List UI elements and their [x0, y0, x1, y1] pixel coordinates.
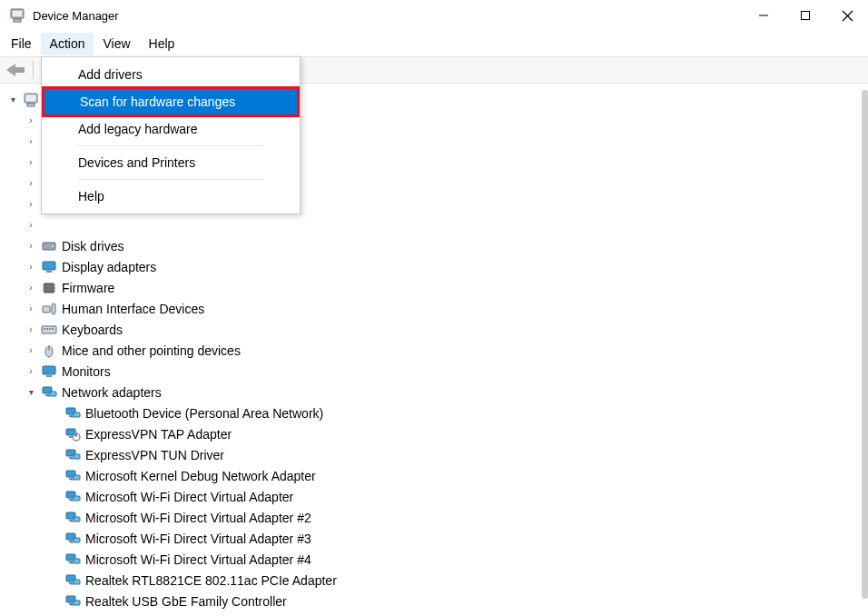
close-button[interactable] [826, 0, 868, 31]
network-icon [64, 572, 81, 589]
tree-label: Disk drives [62, 239, 123, 253]
app-icon [9, 7, 25, 24]
tree-label: Microsoft Wi-Fi Direct Virtual Adapter #… [85, 511, 311, 525]
vertical-scrollbar[interactable] [862, 90, 868, 599]
tree-label: Human Interface Devices [62, 302, 204, 316]
chevron-down-icon[interactable]: ▾ [7, 94, 18, 104]
chevron-placeholder [49, 492, 60, 502]
svg-rect-28 [46, 328, 48, 330]
chevron-right-icon[interactable]: › [25, 178, 36, 188]
tree-label: ExpressVPN TAP Adapter [85, 427, 232, 442]
network-icon [64, 405, 81, 422]
chevron-right-icon[interactable]: › [25, 303, 36, 313]
network-g-icon [64, 426, 81, 442]
tree-row[interactable]: ExpressVPN TUN Driver [7, 444, 868, 465]
svg-rect-65 [74, 538, 80, 542]
chevron-placeholder [49, 450, 60, 460]
svg-rect-37 [50, 392, 56, 396]
tree-row[interactable]: Bluetooth Device (Personal Area Network) [7, 402, 868, 423]
disk-icon [41, 238, 57, 254]
toolbar-sep [33, 61, 34, 79]
svg-rect-33 [43, 366, 55, 374]
svg-rect-4 [802, 12, 810, 20]
tree-label: Realtek USB GbE Family Controller [85, 594, 287, 609]
chevron-right-icon[interactable]: › [25, 199, 36, 209]
firmware-icon [41, 280, 57, 296]
chevron-right-icon[interactable]: › [25, 136, 36, 146]
tree-row[interactable]: ›Firmware [7, 277, 868, 298]
tree-label: Microsoft Kernel Debug Network Adapter [85, 469, 316, 483]
chevron-placeholder [49, 554, 60, 564]
tree-row[interactable]: WAN Miniport (IKEv2) [7, 611, 868, 616]
tree-row[interactable]: Microsoft Wi-Fi Direct Virtual Adapter [7, 486, 868, 507]
tree-row[interactable]: Microsoft Wi-Fi Direct Virtual Adapter #… [7, 549, 868, 570]
tree-row[interactable]: Microsoft Wi-Fi Direct Virtual Adapter #… [7, 528, 868, 549]
menu-file[interactable]: File [2, 33, 41, 55]
chevron-right-icon[interactable]: › [25, 345, 36, 355]
tree-label: Microsoft Wi-Fi Direct Virtual Adapter [85, 490, 293, 504]
svg-rect-24 [43, 306, 50, 313]
svg-rect-49 [74, 454, 80, 459]
minimize-button[interactable] [743, 0, 784, 31]
chevron-placeholder [49, 429, 60, 439]
tree-label: Bluetooth Device (Personal Area Network) [85, 406, 323, 421]
network-icon [41, 384, 57, 401]
chevron-right-icon[interactable]: › [25, 241, 36, 251]
tree-row[interactable]: ›Display adapters [7, 256, 868, 277]
svg-rect-77 [74, 601, 80, 605]
monitor-icon [41, 363, 57, 380]
tree-row[interactable]: ›Disk drives [7, 235, 868, 256]
network-icon [64, 510, 81, 526]
tree-label: Keyboards [62, 323, 123, 337]
svg-rect-17 [44, 283, 54, 293]
tree-row[interactable]: ›Human Interface Devices [7, 298, 868, 319]
network-icon [64, 551, 81, 568]
tree-label: Realtek RTL8821CE 802.11ac PCIe Adapter [85, 573, 337, 588]
menu-view[interactable]: View [94, 33, 139, 55]
maximize-button[interactable] [784, 0, 826, 31]
tree-row[interactable]: Realtek USB GbE Family Controller [7, 591, 868, 611]
chevron-right-icon[interactable]: › [25, 157, 36, 167]
chevron-placeholder [49, 512, 60, 522]
menu-scan-hardware[interactable]: Scan for hardware changes [44, 88, 298, 115]
tree-row[interactable]: ›Monitors [7, 361, 868, 382]
tree-row[interactable]: › [7, 214, 868, 235]
tree-label: Microsoft Wi-Fi Direct Virtual Adapter #… [85, 552, 311, 567]
chevron-down-icon[interactable]: ▾ [25, 387, 36, 397]
display-icon [41, 259, 57, 275]
tree-row[interactable]: Microsoft Kernel Debug Network Adapter [7, 465, 868, 486]
chevron-placeholder [49, 596, 60, 606]
tree-row[interactable]: ›Mice and other pointing devices [7, 340, 868, 361]
tree-label: Display adapters [62, 260, 156, 274]
tree-row[interactable]: ▾Network adapters [7, 382, 868, 402]
menu-help[interactable]: Help [42, 183, 300, 210]
svg-rect-16 [46, 271, 52, 273]
chevron-right-icon[interactable]: › [25, 220, 36, 230]
tree-row[interactable]: ›Keyboards [7, 319, 868, 340]
tree-row[interactable]: ExpressVPN TAP Adapter [7, 423, 868, 444]
menu-help[interactable]: Help [140, 33, 184, 55]
svg-rect-30 [52, 328, 54, 330]
tree-row[interactable]: Realtek RTL8821CE 802.11ac PCIe Adapter [7, 570, 868, 591]
tree-label: Firmware [62, 281, 114, 295]
tree-label: Mice and other pointing devices [62, 343, 241, 358]
back-button[interactable] [4, 60, 27, 80]
svg-rect-15 [43, 262, 55, 270]
menu-add-legacy[interactable]: Add legacy hardware [42, 115, 300, 143]
chevron-right-icon[interactable]: › [25, 324, 36, 334]
chevron-right-icon[interactable]: › [25, 283, 36, 293]
svg-rect-1 [13, 11, 22, 16]
menu-action[interactable]: Action [41, 33, 94, 55]
chevron-placeholder [49, 471, 60, 481]
svg-rect-34 [46, 375, 52, 377]
network-icon [64, 489, 81, 505]
chevron-placeholder [49, 575, 60, 585]
action-dropdown: Add driversScan for hardware changesAdd … [41, 56, 301, 214]
chevron-right-icon[interactable]: › [25, 262, 36, 272]
chevron-placeholder [49, 533, 60, 543]
menu-add-drivers[interactable]: Add drivers [42, 61, 300, 88]
chevron-right-icon[interactable]: › [25, 366, 36, 376]
chevron-right-icon[interactable]: › [25, 115, 36, 125]
tree-row[interactable]: Microsoft Wi-Fi Direct Virtual Adapter #… [7, 507, 868, 528]
menu-devices-printers[interactable]: Devices and Printers [42, 149, 300, 176]
